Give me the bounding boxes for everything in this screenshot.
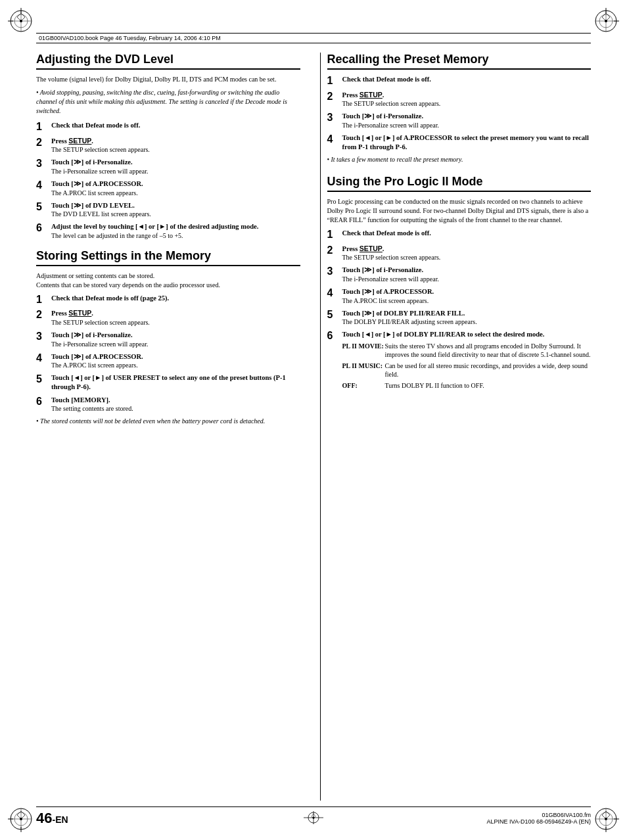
step-content: Touch [≫] of A.PROCESSOR. The A.PROC lis… <box>51 352 300 370</box>
pro-logic-label: OFF: <box>342 381 385 390</box>
italic-note-text: Avoid stopping, pausing, switching the d… <box>36 89 287 114</box>
step-content: Touch [≫] of i-Personalize. The i-Person… <box>51 158 300 175</box>
footer: 46-EN 01GB06IVA100.fm ALPINE IVA-D100 68… <box>36 806 591 827</box>
step-content: Check that Defeat mode is off. <box>342 75 592 84</box>
setup-keyword: SETUP <box>68 137 91 145</box>
step-content: Touch [≫] of A.PROCESSOR. The A.PROC lis… <box>51 179 300 197</box>
step-main: Press SETUP. <box>342 91 592 100</box>
page-number-area: 46-EN <box>36 810 68 827</box>
section-title-recalling: Recalling the Preset Memory <box>327 53 592 70</box>
svg-point-35 <box>313 817 315 819</box>
step-main: Check that Defeat mode is off. <box>342 75 592 84</box>
step-item: 1 Check that Defeat mode is off. <box>327 229 592 241</box>
step-main: Press SETUP. <box>51 309 300 318</box>
step-main: Touch [≫] of i-Personalize. <box>342 266 592 275</box>
step-main: Press SETUP. <box>51 137 300 146</box>
step-main: Touch [◄] or [►] of USER PRESET to selec… <box>51 373 300 391</box>
step-item: 1 Check that Defeat mode is off. <box>327 75 592 87</box>
step-content: Press SETUP. The SETUP selection screen … <box>342 245 592 262</box>
corner-decoration-tl <box>8 8 34 34</box>
step-number: 4 <box>36 352 48 364</box>
section-dvd-level: Adjusting the DVD Level The volume (sign… <box>36 53 300 240</box>
footer-file: 01GB06IVA100.fm <box>487 812 591 818</box>
step-main: Touch [≫] of i-Personalize. <box>342 112 592 121</box>
step-content: Touch [MEMORY]. The setting contents are… <box>51 396 300 413</box>
step-number: 1 <box>36 121 48 133</box>
step-content: Touch [≫] of i-Personalize. The i-Person… <box>342 266 592 283</box>
step-sub: The A.PROC list screen appears. <box>51 361 300 369</box>
step-item: 4 Touch [≫] of A.PROCESSOR. The A.PROC l… <box>327 287 592 305</box>
step-sub: The i-Personalize screen will appear. <box>342 275 592 283</box>
pro-logic-row: PL II MUSIC: Can be used for all stereo … <box>342 362 592 379</box>
step-number: 4 <box>327 287 339 299</box>
pro-logic-row: OFF: Turns DOLBY PL II function to OFF. <box>342 381 592 390</box>
pro-logic-label: PL II MUSIC: <box>342 362 385 379</box>
step-content: Touch [◄] or [►] of A.PROCESSOR to selec… <box>342 133 592 151</box>
section-title-dvd-level: Adjusting the DVD Level <box>36 53 300 70</box>
step-number: 2 <box>36 309 48 321</box>
step-item: 5 Touch [≫] of DOLBY PLII/REAR FILL. The… <box>327 309 592 327</box>
step-number: 4 <box>36 179 48 191</box>
step-content: Press SETUP. The SETUP selection screen … <box>342 91 592 108</box>
footer-center-decoration <box>304 811 323 826</box>
step-main: Press SETUP. <box>342 245 592 254</box>
corner-decoration-bl <box>8 806 34 832</box>
step-item: 2 Press SETUP. The SETUP selection scree… <box>327 245 592 262</box>
setup-keyword: SETUP <box>68 309 91 317</box>
step-main: Touch [≫] of DOLBY PLII/REAR FILL. <box>342 309 592 318</box>
step-item: 2 Press SETUP. The SETUP selection scree… <box>36 309 300 327</box>
corner-decoration-br <box>593 806 619 832</box>
step-content: Touch [≫] of i-Personalize. The i-Person… <box>342 112 592 129</box>
step-number: 2 <box>36 137 48 149</box>
step-number: 1 <box>327 229 339 241</box>
step-number: 3 <box>327 112 339 124</box>
step-sub: The DVD LEVEL list screen appears. <box>51 210 300 218</box>
section-title-storing: Storing Settings in the Memory <box>36 249 300 266</box>
right-column: Recalling the Preset Memory 1 Check that… <box>320 53 592 801</box>
step-item: 4 Touch [≫] of A.PROCESSOR. The A.PROC l… <box>36 179 300 197</box>
recalling-steps: 1 Check that Defeat mode is off. 2 Press… <box>327 75 592 151</box>
step-main: Touch [≫] of i-Personalize. <box>51 331 300 340</box>
step-item: 2 Press SETUP. The SETUP selection scree… <box>327 91 592 108</box>
pro-logic-desc: Turns DOLBY PL II function to OFF. <box>385 381 592 390</box>
step-number: 6 <box>36 396 48 408</box>
step-content: Touch [≫] of DOLBY PLII/REAR FILL. The D… <box>342 309 592 327</box>
header-bar: 01GB00IVAD100.book Page 46 Tuesday, Febr… <box>36 33 591 43</box>
header-text: 01GB00IVAD100.book Page 46 Tuesday, Febr… <box>39 35 221 41</box>
step-sub: The A.PROC list screen appears. <box>51 189 300 197</box>
left-column: Adjusting the DVD Level The volume (sign… <box>36 53 307 801</box>
step-main: Touch [≫] of A.PROCESSOR. <box>51 352 300 362</box>
step-number: 5 <box>36 373 48 385</box>
step-sub: The A.PROC list screen appears. <box>342 296 592 305</box>
step-number: 2 <box>327 91 339 103</box>
step-item: 6 Touch [MEMORY]. The setting contents a… <box>36 396 300 413</box>
step-sub: The i-Personalize screen will appear. <box>51 167 300 175</box>
step-content: Check that Defeat mode is off. <box>51 121 300 130</box>
step-content: Press SETUP. The SETUP selection screen … <box>51 137 300 154</box>
step-main: Touch [◄] or [►] of A.PROCESSOR to selec… <box>342 133 592 151</box>
step-content: Adjust the level by touching [◄] or [►] … <box>51 222 300 240</box>
step-content: Touch [≫] of DVD LEVEL. The DVD LEVEL li… <box>51 201 300 219</box>
page-suffix: -EN <box>52 814 68 825</box>
step-item: 2 Press SETUP. The SETUP selection scree… <box>36 137 300 154</box>
step-item: 3 Touch [≫] of i-Personalize. The i-Pers… <box>327 112 592 129</box>
section-recalling-preset: Recalling the Preset Memory 1 Check that… <box>327 53 592 164</box>
step-number: 2 <box>327 245 339 256</box>
section-pro-logic: Using the Pro Logic II Mode Pro Logic pr… <box>327 175 592 392</box>
setup-keyword: SETUP <box>360 245 383 252</box>
step-sub: The SETUP selection screen appears. <box>342 99 592 108</box>
step-item: 3 Touch [≫] of i-Personalize. The i-Pers… <box>36 331 300 348</box>
page-num-text: 46 <box>36 810 52 826</box>
main-content: Adjusting the DVD Level The volume (sign… <box>36 53 591 801</box>
recalling-bullet-note: It takes a few moment to recall the pres… <box>327 155 592 164</box>
dvd-level-intro: The volume (signal level) for Dolby Digi… <box>36 75 300 84</box>
step-sub: The i-Personalize screen will appear. <box>51 340 300 348</box>
step-number: 3 <box>327 266 339 277</box>
step-number: 6 <box>327 330 339 342</box>
storing-intro: Adjustment or setting contents can be st… <box>36 271 300 290</box>
storing-steps: 1 Check that Defeat mode is off (page 25… <box>36 294 300 413</box>
step-content: Check that Defeat mode is off (page 25). <box>51 294 300 303</box>
corner-decoration-tr <box>593 8 619 34</box>
step-content: Touch [≫] of i-Personalize. The i-Person… <box>51 331 300 348</box>
storing-bullet-note: The stored contents will not be deleted … <box>36 417 300 426</box>
